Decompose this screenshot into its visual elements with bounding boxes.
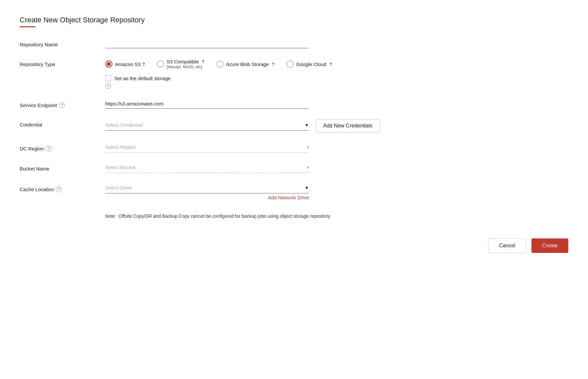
credential-dropdown[interactable]: Select Credential ▼	[105, 121, 309, 131]
repository-name-row: Repository Name	[20, 39, 568, 48]
dc-region-placeholder: Select Region	[105, 144, 136, 150]
footer-buttons: Cancel Create	[20, 238, 568, 253]
repository-type-group: Amazon S3 ? S3 Compatible ? [Wasabi, Min…	[105, 59, 568, 69]
default-storage-help-icon[interactable]: ?	[105, 83, 111, 89]
s3-compatible-help-icon[interactable]: ?	[201, 59, 204, 64]
dc-region-dropdown-arrow: ▾	[307, 145, 309, 150]
page-title: Create New Object Storage Repository	[20, 16, 568, 24]
azure-blob-help-icon[interactable]: ?	[272, 61, 274, 67]
radio-circle-azure-blob	[216, 60, 223, 68]
radio-label-amazon-s3: Amazon S3	[115, 61, 141, 67]
cancel-button[interactable]: Cancel	[488, 238, 526, 253]
bucket-dropdown[interactable]: Select Bucket ▾	[105, 163, 309, 173]
credential-row: Credential Select Credential ▼ Add New C…	[20, 119, 568, 132]
cache-location-content: Select Drive ▼ Add Network Drive	[105, 184, 568, 200]
cache-location-label: Cache Location ?	[20, 184, 105, 192]
radio-circle-google-cloud	[286, 60, 294, 68]
bucket-name-content: Select Bucket ▾	[105, 163, 568, 173]
repository-type-label: Repository Type	[20, 59, 105, 67]
cache-location-dropdown[interactable]: Select Drive ▼	[105, 184, 309, 193]
service-endpoint-label: Service Endpoint ?	[20, 100, 105, 108]
credential-content: Select Credential ▼ Add New Credentials	[105, 119, 568, 132]
cache-location-help-icon[interactable]: ?	[56, 186, 62, 192]
note-label-spacer	[20, 211, 105, 213]
repository-name-input[interactable]	[105, 39, 309, 48]
bucket-name-row: Bucket Name Select Bucket ▾	[20, 163, 568, 173]
default-storage-row: Set as the default storage	[105, 75, 568, 81]
cache-location-row: Cache Location ? Select Drive ▼ Add Netw…	[20, 184, 568, 200]
add-network-drive-link[interactable]: Add Network Drive	[105, 195, 309, 200]
s3-compatible-sub: [Wasabi, MinIO, etc]	[167, 65, 202, 69]
credential-dropdown-arrow: ▼	[304, 123, 309, 128]
repository-name-label: Repository Name	[20, 39, 105, 47]
radio-amazon-s3[interactable]: Amazon S3 ?	[105, 60, 145, 68]
bucket-name-label: Bucket Name	[20, 163, 105, 171]
create-repository-modal: Create New Object Storage Repository Rep…	[0, 0, 588, 379]
credential-placeholder: Select Credential	[105, 122, 143, 128]
note-text: Note : Offsite Copy/DR and Backup Copy c…	[105, 213, 568, 219]
radio-s3-compatible[interactable]: S3 Compatible ? [Wasabi, MinIO, etc]	[157, 59, 204, 69]
cache-location-dropdown-arrow: ▼	[304, 185, 309, 190]
service-endpoint-content	[105, 100, 568, 109]
google-cloud-help-icon[interactable]: ?	[329, 61, 332, 67]
service-endpoint-help-icon[interactable]: ?	[59, 102, 65, 108]
default-storage-checkbox[interactable]	[105, 75, 111, 81]
radio-circle-amazon-s3	[105, 60, 112, 68]
add-credentials-button[interactable]: Add New Credentials	[316, 119, 380, 132]
credential-label: Credential	[20, 119, 105, 127]
repository-name-content	[105, 39, 568, 48]
dc-region-row: DC Region ? Select Region ▾	[20, 143, 568, 153]
note-content: Note : Offsite Copy/DR and Backup Copy c…	[105, 211, 568, 219]
service-endpoint-row: Service Endpoint ?	[20, 100, 568, 109]
default-storage-label: Set as the default storage	[114, 76, 171, 81]
service-endpoint-input[interactable]	[105, 100, 309, 109]
create-button[interactable]: Create	[531, 238, 568, 253]
dc-region-label: DC Region ?	[20, 143, 105, 151]
credential-controls: Select Credential ▼ Add New Credentials	[105, 119, 568, 132]
title-underline	[20, 26, 35, 27]
radio-label-azure-blob: Azure Blob Storage	[226, 61, 269, 67]
radio-circle-s3-compatible	[157, 60, 164, 68]
default-storage-help-icon-wrapper: ?	[105, 81, 568, 89]
bucket-dropdown-arrow: ▾	[307, 165, 309, 170]
repository-type-row: Repository Type Amazon S3 ? S3	[20, 59, 568, 89]
amazon-s3-help-icon[interactable]: ?	[142, 61, 145, 67]
repository-type-content: Amazon S3 ? S3 Compatible ? [Wasabi, Min…	[105, 59, 568, 89]
dc-region-content: Select Region ▾	[105, 143, 568, 153]
radio-label-google-cloud: Google Cloud	[296, 61, 326, 67]
bucket-placeholder: Select Bucket	[105, 165, 135, 170]
radio-azure-blob[interactable]: Azure Blob Storage ?	[216, 60, 274, 68]
cache-location-placeholder: Select Drive	[105, 185, 132, 190]
radio-google-cloud[interactable]: Google Cloud ?	[286, 60, 332, 68]
dc-region-help-icon[interactable]: ?	[46, 145, 52, 151]
dc-region-dropdown[interactable]: Select Region ▾	[105, 143, 309, 153]
note-row: Note : Offsite Copy/DR and Backup Copy c…	[20, 211, 568, 219]
radio-label-s3-compatible: S3 Compatible ?	[167, 59, 204, 64]
